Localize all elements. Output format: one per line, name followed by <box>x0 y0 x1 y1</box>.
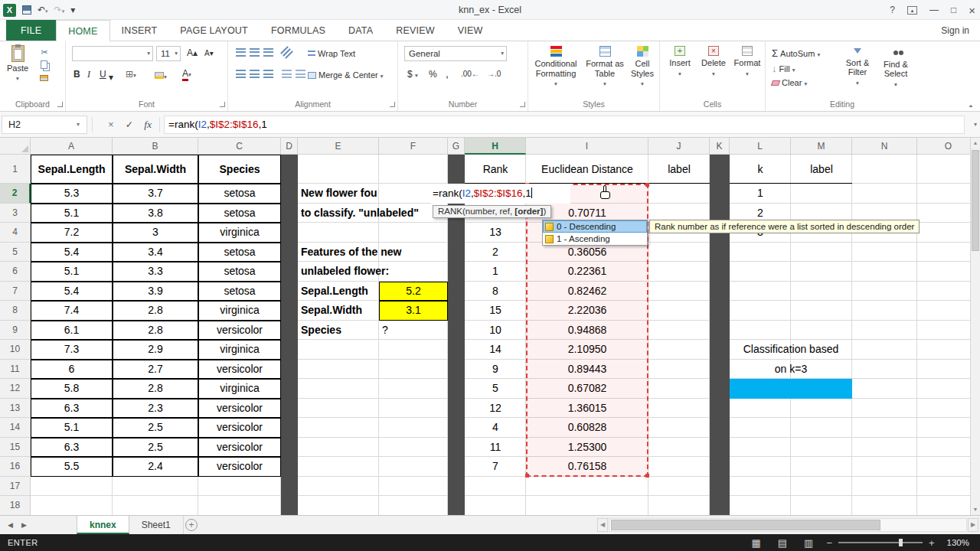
autosum-button[interactable]: Σ AutoSum ▾ <box>772 47 820 59</box>
expand-formula-bar-icon[interactable]: ▾ <box>974 116 977 134</box>
zoom-slider-thumb[interactable] <box>899 539 903 546</box>
cell-A12[interactable]: 5.8 <box>31 379 113 399</box>
number-dialog-launcher[interactable] <box>520 102 525 107</box>
insert-function-icon[interactable]: fx <box>139 116 156 134</box>
ribbon-tab-page-layout[interactable]: PAGE LAYOUT <box>168 20 260 41</box>
clear-button[interactable]: Clear ▾ <box>772 78 807 87</box>
cell-A15[interactable]: 6.3 <box>31 438 113 458</box>
cell-B6[interactable]: 3.3 <box>113 262 198 282</box>
find-select-button[interactable]: Find & Select▾ <box>877 44 914 93</box>
row-header-5[interactable]: 5 <box>0 243 31 262</box>
col-header-C[interactable]: C <box>198 138 281 155</box>
cell-C3[interactable]: setosa <box>198 204 281 223</box>
format-cells-button[interactable]: Format▾ <box>732 44 763 93</box>
alignment-dialog-launcher[interactable] <box>390 102 395 107</box>
ribbon-tab-data[interactable]: DATA <box>337 20 384 41</box>
increase-decimal-icon[interactable]: .00← <box>461 70 479 78</box>
cell-H10[interactable]: 14 <box>465 340 526 360</box>
font-size-select[interactable]: 11▾ <box>156 46 181 61</box>
comma-format-icon[interactable]: , <box>446 67 449 80</box>
delete-cells-button[interactable]: × Delete▾ <box>698 44 729 93</box>
col-header-E[interactable]: E <box>298 138 379 155</box>
row-header-18[interactable]: 18 <box>0 496 31 515</box>
cell-A2[interactable]: 5.3 <box>31 184 113 204</box>
col-header-N[interactable]: N <box>852 138 917 155</box>
ribbon-display-icon[interactable]: ▴ <box>907 6 917 15</box>
cell-A6[interactable]: 5.1 <box>31 262 113 282</box>
normal-view-icon[interactable]: ▦ <box>752 537 761 549</box>
cell-C4[interactable]: virginica <box>198 223 281 243</box>
cell-A3[interactable]: 5.1 <box>31 204 113 223</box>
zoom-slider[interactable] <box>838 542 923 543</box>
name-box[interactable]: H2 <box>2 116 87 134</box>
zoom-out-icon[interactable]: − <box>826 537 832 549</box>
row-header-1[interactable]: 1 <box>0 155 31 184</box>
align-center-icon[interactable] <box>250 70 260 78</box>
cell-B15[interactable]: 2.5 <box>113 438 198 458</box>
cell-B2[interactable]: 3.7 <box>113 184 198 204</box>
cell-H7[interactable]: 8 <box>465 282 526 302</box>
cell-C15[interactable]: versicolor <box>198 438 281 458</box>
row-header-13[interactable]: 13 <box>0 399 31 419</box>
restore-button[interactable]: □ <box>951 5 956 15</box>
grow-font-button[interactable]: A▴ <box>187 47 198 58</box>
col-header-G[interactable]: G <box>448 138 465 155</box>
row-header-6[interactable]: 6 <box>0 262 31 282</box>
cell-F8[interactable]: 3.1 <box>379 301 448 321</box>
cell-H8[interactable]: 15 <box>465 301 526 321</box>
sheet-tab-sheet1[interactable]: Sheet1 <box>129 516 184 534</box>
conditional-formatting-button[interactable]: Conditional Formatting▾ <box>531 44 580 93</box>
ribbon-tab-view[interactable]: VIEW <box>446 20 495 41</box>
bold-button[interactable]: B <box>74 69 80 80</box>
cell-C1[interactable]: Species <box>198 155 281 184</box>
row-header-10[interactable]: 10 <box>0 340 31 360</box>
autocomplete-item[interactable]: 1 - Ascending <box>543 233 647 245</box>
cell-C5[interactable]: setosa <box>198 243 281 262</box>
cell-B16[interactable]: 2.4 <box>113 457 198 477</box>
cell-C16[interactable]: versicolor <box>198 457 281 477</box>
align-left-icon[interactable] <box>236 70 246 78</box>
cell-L11[interactable]: on k=3 <box>730 360 852 380</box>
zoom-level[interactable]: 130% <box>947 538 969 547</box>
insert-cells-button[interactable]: + Insert▾ <box>665 44 695 93</box>
cell-E6[interactable]: unlabeled flower: <box>298 262 379 282</box>
underline-dropdown-icon[interactable]: ▾ <box>109 72 113 83</box>
shrink-font-button[interactable]: A▾ <box>204 49 214 57</box>
cell-edit-overlay[interactable]: =rank(I2,$I$2:$I$16,1 <box>431 184 570 204</box>
cell-A16[interactable]: 5.5 <box>31 457 113 477</box>
scroll-up-icon[interactable]: ▲ <box>971 138 980 148</box>
horizontal-scrollbar[interactable]: ◀ ▶ <box>597 518 978 532</box>
cell-H11[interactable]: 9 <box>465 360 526 380</box>
cut-button[interactable]: ✂ <box>38 47 51 57</box>
cell-B3[interactable]: 3.8 <box>113 204 198 223</box>
scroll-down-icon[interactable]: ▼ <box>971 504 980 515</box>
cell-A11[interactable]: 6 <box>31 360 113 380</box>
cell-B8[interactable]: 2.8 <box>113 301 198 321</box>
minimize-button[interactable]: — <box>929 5 939 15</box>
cell-F9[interactable]: ? <box>379 321 448 341</box>
ribbon-tab-review[interactable]: REVIEW <box>384 20 446 41</box>
col-header-A[interactable]: A <box>31 138 113 155</box>
cell-I1[interactable]: Euclidean Distance <box>526 155 648 184</box>
sheet-nav-right-icon[interactable]: ▶ <box>21 516 27 534</box>
col-header-I[interactable]: I <box>526 138 648 155</box>
align-top-icon[interactable] <box>236 48 246 57</box>
cell-A5[interactable]: 5.4 <box>31 243 113 262</box>
decrease-decimal-icon[interactable]: →.0 <box>487 70 501 78</box>
horizontal-scroll-thumb[interactable] <box>611 520 880 530</box>
cell-B12[interactable]: 2.8 <box>113 379 198 399</box>
ribbon-tab-formulas[interactable]: FORMULAS <box>260 20 337 41</box>
cell-A7[interactable]: 5.4 <box>31 282 113 302</box>
cell-E8[interactable]: Sepal.Width <box>298 301 379 321</box>
underline-button[interactable]: U <box>100 69 106 80</box>
paste-button[interactable]: Paste▾ <box>3 43 32 92</box>
cell-H1[interactable]: Rank <box>465 155 526 184</box>
col-header-F[interactable]: F <box>379 138 448 155</box>
enter-icon[interactable]: ✓ <box>121 116 138 134</box>
cell-B14[interactable]: 2.5 <box>113 418 198 438</box>
scroll-left-icon[interactable]: ◀ <box>597 518 608 532</box>
cell-C7[interactable]: setosa <box>198 282 281 302</box>
sign-in-link[interactable]: Sign in <box>941 20 969 41</box>
cell-B4[interactable]: 3 <box>113 223 198 243</box>
select-all-corner[interactable] <box>0 138 31 155</box>
